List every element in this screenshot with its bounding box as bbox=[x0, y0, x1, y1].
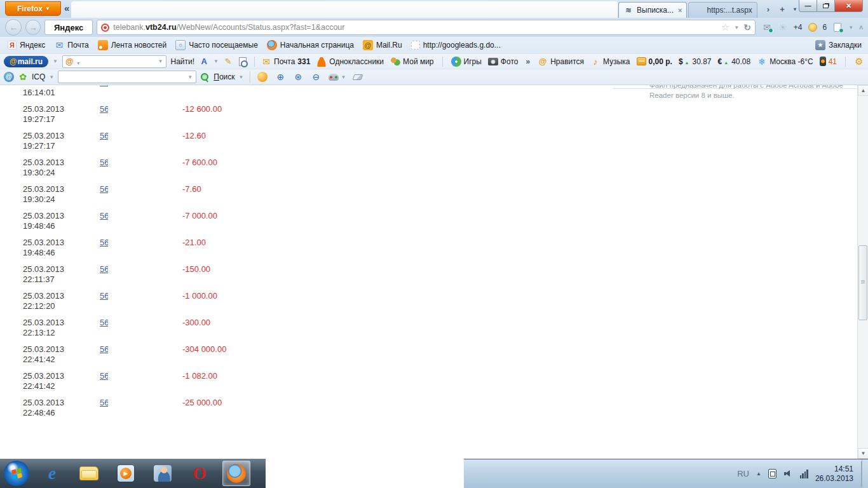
firefox-menu-button[interactable]: Firefox ▾ bbox=[5, 1, 61, 16]
icq-flower-icon[interactable]: ✿ bbox=[18, 72, 28, 82]
show-desktop-button[interactable] bbox=[862, 459, 868, 488]
mail-extension-icon[interactable]: ✉ bbox=[762, 22, 772, 32]
bookmark-star-icon[interactable]: ☆ bbox=[721, 22, 729, 33]
browser-tab[interactable]: ≋Выписка...× bbox=[618, 2, 687, 18]
mail-item[interactable]: ✉Почта331 bbox=[261, 57, 310, 67]
list-all-tabs-button[interactable]: ▾ bbox=[790, 4, 799, 15]
bookmark-item[interactable]: ○Часто посещаемые bbox=[172, 39, 262, 51]
taskbar-wmp-button[interactable] bbox=[112, 461, 140, 486]
font-size-dropdown-icon[interactable]: ▼ bbox=[214, 58, 219, 64]
bookmark-item[interactable]: http://googleads.g.do... bbox=[407, 39, 505, 51]
dropdown-icon[interactable]: ▼ bbox=[341, 74, 346, 80]
like-item[interactable]: @Нравится bbox=[538, 57, 584, 67]
icq-search-dropdown-icon[interactable]: ▼ bbox=[187, 74, 193, 80]
mailru-logo-dropdown-icon[interactable]: ▼ bbox=[53, 58, 58, 64]
back-button[interactable]: ← bbox=[5, 19, 22, 36]
gamepad-button[interactable]: ▼ bbox=[329, 74, 346, 81]
mailru-search-input[interactable]: @ ▼ ▼ bbox=[62, 55, 166, 68]
transaction-link[interactable]: 56 bbox=[100, 344, 108, 355]
mailru-find-button[interactable]: Найти! bbox=[171, 57, 195, 66]
photo-item[interactable]: Фото bbox=[488, 57, 519, 66]
settings-item[interactable]: ⚙ bbox=[854, 57, 864, 67]
browser-tab[interactable]: https:...t.aspx bbox=[688, 2, 757, 18]
taskbar-ie-button[interactable]: e bbox=[38, 461, 66, 486]
transaction-link[interactable]: 56 bbox=[100, 291, 108, 301]
url-dropdown-icon[interactable]: ▼ bbox=[734, 25, 739, 30]
more-items-button[interactable]: » bbox=[524, 57, 531, 66]
speaker-icon[interactable] bbox=[783, 469, 793, 478]
zoom-out-button[interactable]: ⊖ bbox=[311, 72, 321, 82]
transaction-link[interactable]: 56 bbox=[100, 371, 108, 381]
page-extension-icon[interactable] bbox=[832, 22, 843, 32]
tray-clock[interactable]: 14:51 26.03.2013 bbox=[815, 464, 857, 484]
transaction-link[interactable]: 56 bbox=[100, 184, 108, 194]
mailru-search-engine-dropdown-icon[interactable]: ▼ bbox=[76, 61, 81, 65]
clock-extension-icon[interactable] bbox=[808, 23, 817, 32]
wallet-balance[interactable]: 0,00 р. bbox=[637, 57, 672, 66]
moy-mir-item[interactable]: Мой мир bbox=[390, 57, 433, 67]
scrollbar-down-button[interactable]: ▼ bbox=[858, 448, 868, 459]
mailru-logo-button[interactable]: @ mail.ru bbox=[4, 56, 48, 67]
transaction-link[interactable]: 56 bbox=[100, 104, 108, 114]
collapse-toolbar-icon[interactable]: ˄ bbox=[859, 24, 863, 31]
preview-icon[interactable] bbox=[238, 57, 248, 67]
bookmark-item[interactable]: Лента новостей bbox=[94, 39, 171, 51]
icq-label[interactable]: ICQ bbox=[32, 72, 45, 81]
music-item[interactable]: ♪Музыка bbox=[590, 57, 630, 67]
tab-overflow-button[interactable]: › bbox=[763, 4, 774, 15]
zoom-orig-button[interactable]: ⊛ bbox=[293, 72, 303, 82]
close-button[interactable]: ✕ bbox=[834, 0, 863, 12]
vertical-scrollbar[interactable]: ▲ ▼ bbox=[857, 85, 868, 459]
games-item[interactable]: Игры bbox=[451, 57, 482, 67]
mailru-search-dropdown-icon[interactable]: ▼ bbox=[158, 58, 163, 64]
tab-close-button[interactable]: × bbox=[677, 6, 682, 14]
transaction-link[interactable]: 56 bbox=[100, 264, 108, 274]
bookmark-item[interactable]: ✉Почта bbox=[50, 39, 92, 51]
bookmarks-menu-button[interactable]: ★ Закладки bbox=[811, 39, 864, 51]
extension-dropdown-icon[interactable]: ▼ bbox=[848, 25, 853, 30]
bookmark-item[interactable]: Начальная страница bbox=[263, 39, 358, 51]
transaction-link[interactable]: 56 bbox=[100, 131, 108, 141]
icq-search-button[interactable]: Поиск bbox=[214, 72, 234, 81]
transaction-link[interactable]: 56 bbox=[100, 158, 108, 168]
reload-icon[interactable]: ↻ bbox=[743, 22, 751, 32]
scrollbar-thumb[interactable] bbox=[858, 245, 867, 320]
transaction-link[interactable]: 56 bbox=[100, 85, 108, 88]
url-input[interactable]: telebank.vtb24.ru/WebNew/Accounts/Status… bbox=[97, 20, 756, 35]
action-center-icon[interactable] bbox=[768, 469, 776, 478]
icq-search-input[interactable]: ▼ bbox=[58, 71, 196, 83]
odnoklassniki-item[interactable]: Одноклассники bbox=[316, 57, 384, 67]
weather-item[interactable]: ❄Москва -6°C bbox=[757, 57, 813, 67]
icq-dropdown-icon[interactable]: ▼ bbox=[49, 74, 54, 80]
smiley-button[interactable] bbox=[257, 72, 268, 82]
icq-search-options-dropdown-icon[interactable]: ▼ bbox=[239, 74, 244, 80]
currency-indicator[interactable]: $▲30.87 bbox=[679, 57, 712, 66]
transaction-link[interactable]: 56 bbox=[100, 318, 108, 328]
taskbar-opera-button[interactable]: O bbox=[186, 461, 214, 486]
yandex-search-button[interactable]: Яндекс bbox=[44, 20, 93, 35]
taskbar-messenger-button[interactable] bbox=[149, 461, 177, 486]
transaction-link[interactable]: 56 bbox=[100, 238, 108, 248]
taskbar-start-button[interactable] bbox=[4, 461, 29, 486]
minimize-button[interactable]: — bbox=[799, 0, 817, 12]
show-hidden-icons-button[interactable]: ▲ bbox=[756, 471, 761, 477]
taskbar-explorer-button[interactable] bbox=[75, 461, 103, 486]
scrollbar-up-button[interactable]: ▲ bbox=[858, 85, 868, 96]
restore-button[interactable] bbox=[817, 0, 834, 12]
transaction-link[interactable]: 56 bbox=[100, 398, 108, 408]
transaction-link[interactable]: 56 bbox=[100, 211, 108, 221]
highlighter-icon[interactable]: ✎ bbox=[223, 57, 233, 67]
taskbar-firefox-button[interactable] bbox=[222, 461, 250, 486]
forward-button[interactable]: → bbox=[25, 20, 41, 35]
network-signal-icon[interactable] bbox=[800, 470, 808, 478]
at-blue-icon[interactable]: @ bbox=[4, 72, 14, 82]
weather-extension-icon[interactable]: ☀ bbox=[778, 22, 788, 32]
zoom-in-button[interactable]: ⊕ bbox=[275, 72, 285, 82]
new-tab-button[interactable]: + bbox=[776, 4, 788, 15]
bookmark-item[interactable]: @Mail.Ru bbox=[359, 39, 406, 51]
language-indicator[interactable]: RU bbox=[737, 469, 749, 478]
font-size-icon[interactable]: A bbox=[199, 57, 209, 67]
traffic-item[interactable]: 41 bbox=[820, 57, 837, 66]
currency-indicator[interactable]: €▲40.08 bbox=[718, 57, 751, 66]
bookmark-item[interactable]: ЯЯндекс bbox=[4, 39, 49, 51]
